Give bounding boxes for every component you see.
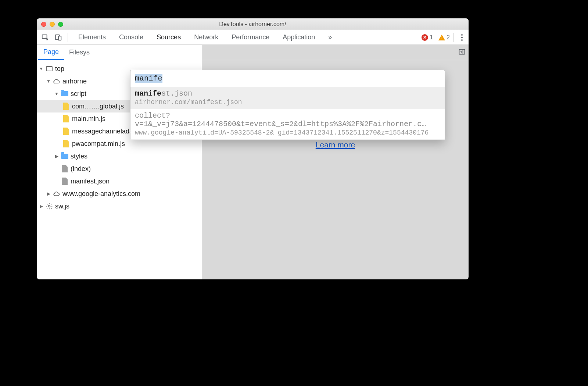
tree-label: www.google-analytics.com	[62, 190, 140, 198]
svg-point-3	[49, 205, 50, 207]
open-file-query: manife	[135, 74, 162, 83]
tree-file-index[interactable]: (index)	[37, 162, 202, 175]
tabs-overflow[interactable]: »	[322, 30, 338, 44]
panel-tabs: Elements Console Sources Network Perform…	[72, 30, 338, 44]
file-icon	[62, 165, 68, 172]
tab-sources[interactable]: Sources	[150, 30, 187, 44]
chevron-right-icon: ▶	[54, 154, 59, 159]
open-file-input[interactable]: manife	[130, 70, 445, 87]
navigator-tabs: Page Filesys	[37, 45, 202, 60]
toolbar-separator	[453, 33, 454, 42]
devtools-toolbar: Elements Console Sources Network Perform…	[37, 30, 469, 45]
navigator-tab-filesystem[interactable]: Filesys	[64, 45, 95, 60]
console-status[interactable]: ✕ 1 2	[422, 34, 450, 41]
folder-icon	[61, 91, 68, 96]
chevron-down-icon: ▼	[54, 91, 59, 96]
tree-folder-styles[interactable]: ▶ styles	[37, 150, 202, 162]
tree-label: main.min.js	[72, 115, 105, 123]
toolbar-separator	[68, 33, 68, 42]
devtools-menu-button[interactable]	[458, 34, 466, 41]
chevron-right-icon: ▶	[39, 204, 43, 209]
tab-network[interactable]: Network	[187, 30, 225, 44]
cloud-icon	[53, 78, 60, 85]
svg-rect-2	[58, 36, 61, 40]
match-rest: st.json	[161, 89, 192, 98]
window-zoom-button[interactable]	[58, 22, 63, 27]
tab-application[interactable]: Application	[276, 30, 322, 44]
tree-label: top	[55, 65, 64, 73]
cloud-icon	[53, 190, 60, 197]
window-minimize-button[interactable]	[50, 22, 55, 27]
error-count: 1	[430, 34, 433, 41]
folder-icon	[61, 154, 68, 159]
editor-tabstrip	[202, 45, 469, 60]
svg-rect-0	[42, 35, 47, 38]
navigator-tab-page[interactable]: Page	[38, 45, 64, 60]
tree-label: pwacompat.min.js	[72, 140, 125, 148]
match-bold: manife	[135, 89, 161, 98]
chevron-down-icon: ▼	[39, 66, 43, 71]
traffic-lights	[41, 22, 63, 27]
open-file-results: manifest.json airhorner.com/manifest.jso…	[130, 87, 445, 140]
js-file-icon	[63, 128, 69, 135]
js-file-icon	[63, 103, 69, 110]
tree-label: airhorne	[62, 78, 87, 85]
svg-rect-4	[459, 49, 465, 54]
tree-file-manifest[interactable]: manifest.json	[37, 175, 202, 187]
match-rest: collect?v=1&_v=j73&a=1244478500&t=event&…	[135, 111, 426, 128]
devtools-window: DevTools - airhorner.com/ Elements Conso…	[37, 18, 469, 279]
tree-label: styles	[71, 153, 87, 160]
js-file-icon	[63, 115, 69, 122]
window-close-button[interactable]	[41, 22, 46, 27]
tree-origin-ga[interactable]: ▶ www.google-analytics.com	[37, 187, 202, 200]
tree-label: manifest.json	[71, 178, 110, 185]
open-file-dialog: manife manifest.json airhorner.com/manif…	[130, 70, 445, 140]
tab-elements[interactable]: Elements	[72, 30, 112, 44]
match-subtitle: www.google-analyti…d=UA-59325548-2&_gid=…	[135, 129, 440, 136]
inspect-element-icon[interactable]	[40, 32, 51, 43]
chevron-right-icon: ▶	[46, 191, 51, 196]
tree-label: com…….global.js	[72, 103, 124, 110]
frame-icon	[46, 66, 53, 71]
tree-label: script	[71, 90, 86, 98]
titlebar: DevTools - airhorner.com/	[37, 18, 469, 30]
file-icon	[62, 178, 68, 185]
warning-icon	[438, 35, 445, 40]
tree-service-worker[interactable]: ▶ sw.js	[37, 200, 202, 212]
tree-label: sw.js	[55, 203, 69, 210]
match-subtitle: airhorner.com/manifest.json	[135, 99, 440, 106]
device-toggle-icon[interactable]	[53, 32, 64, 43]
open-file-result[interactable]: manifest.json airhorner.com/manifest.jso…	[130, 87, 445, 109]
warning-count: 2	[447, 34, 450, 41]
tab-console[interactable]: Console	[112, 30, 150, 44]
gear-icon	[46, 203, 53, 210]
js-file-icon	[63, 140, 69, 147]
open-file-result[interactable]: collect?v=1&_v=j73&a=1244478500&t=event&…	[130, 109, 445, 140]
learn-more-link[interactable]: Learn more	[316, 140, 355, 149]
tab-performance[interactable]: Performance	[225, 30, 276, 44]
window-title: DevTools - airhorner.com/	[37, 21, 469, 28]
error-icon: ✕	[422, 34, 428, 41]
toggle-debugger-sidebar-icon[interactable]	[458, 48, 466, 57]
chevron-down-icon: ▼	[46, 79, 51, 84]
tree-label: (index)	[71, 165, 91, 173]
